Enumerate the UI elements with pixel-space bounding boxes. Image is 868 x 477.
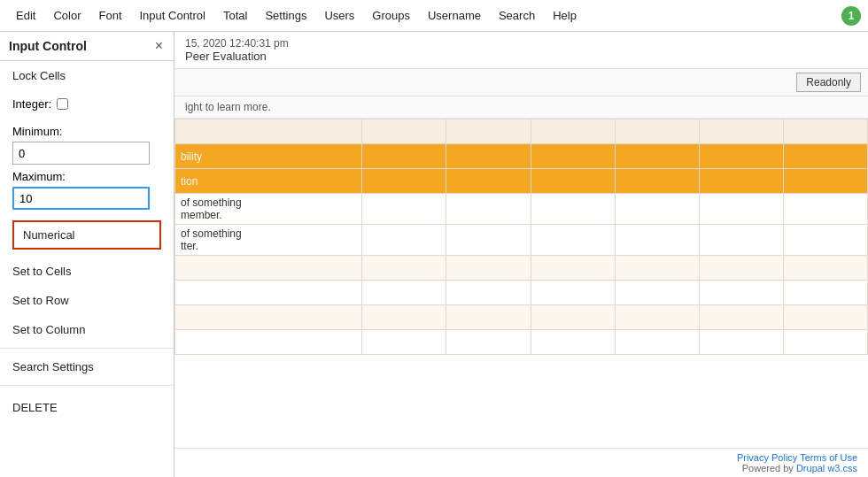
info-text: ight to learn more. [174, 96, 868, 119]
table-cell [531, 194, 615, 225]
table-cell [531, 225, 615, 256]
menu-username[interactable]: Username [419, 4, 490, 27]
table-cell [446, 144, 531, 169]
w3css-link[interactable]: w3.css [827, 463, 857, 473]
delete-item[interactable]: DELETE [0, 393, 174, 422]
menu-font[interactable]: Font [89, 4, 130, 27]
table-cell [699, 194, 783, 225]
integer-checkbox[interactable] [57, 98, 68, 110]
readonly-bar: Readonly [174, 69, 868, 96]
set-to-cells-item[interactable]: Set to Cells [0, 257, 174, 286]
integer-label: Integer: [12, 97, 161, 111]
menu-edit[interactable]: Edit [7, 4, 44, 27]
user-badge: 1 [841, 6, 861, 26]
data-table: bility tion [174, 119, 868, 355]
table-row [175, 281, 868, 305]
table-cell [699, 119, 783, 144]
menu-input-control[interactable]: Input Control [131, 4, 214, 27]
table-cell [446, 225, 531, 256]
sidebar-panel: Input Control × Lock Cells Integer: Mini… [0, 32, 174, 477]
sidebar-header: Input Control × [0, 32, 174, 61]
lock-cells-item[interactable]: Lock Cells [0, 61, 174, 90]
table-cell [615, 169, 699, 194]
set-to-column-item[interactable]: Set to Column [0, 315, 174, 344]
table-row [175, 305, 868, 330]
menubar: Edit Color Font Input Control Total Sett… [0, 0, 868, 32]
table-cell [362, 119, 446, 144]
table-cell [615, 194, 699, 225]
main-layout: Input Control × Lock Cells Integer: Mini… [0, 32, 868, 477]
table-cell [699, 144, 783, 169]
table-row [175, 119, 868, 144]
table-cell [699, 225, 783, 256]
privacy-policy-link[interactable]: Privacy Policy [737, 452, 797, 463]
table-cell [531, 169, 615, 194]
table-cell [783, 144, 867, 169]
search-settings-item[interactable]: Search Settings [0, 352, 174, 381]
minimum-section: Minimum: [0, 123, 174, 166]
table-row [175, 256, 868, 281]
terms-link[interactable]: Terms of Use [800, 452, 857, 463]
powered-by-text: Powered by [742, 463, 794, 473]
table-cell [446, 169, 531, 194]
table-row: of somethingtter. [175, 225, 868, 256]
table-row: bility [175, 144, 868, 169]
set-to-row-item[interactable]: Set to Row [0, 286, 174, 315]
menu-color[interactable]: Color [44, 4, 89, 27]
table-row [175, 330, 868, 355]
table-row: tion [175, 169, 868, 194]
table-cell [783, 169, 867, 194]
readonly-button[interactable]: Readonly [796, 73, 861, 92]
table-cell [362, 169, 446, 194]
table-cell: tion [175, 169, 362, 194]
table-cell [446, 119, 531, 144]
table-cell [783, 194, 867, 225]
main-content: 15, 2020 12:40:31 pm Peer Evaluation Rea… [174, 32, 868, 477]
integer-section: Integer: [0, 90, 174, 123]
minimum-input[interactable] [12, 142, 150, 165]
subheader: 15, 2020 12:40:31 pm Peer Evaluation [174, 32, 868, 69]
table-cell [362, 194, 446, 225]
table-cell [615, 225, 699, 256]
close-button[interactable]: × [153, 39, 165, 53]
footer: Privacy Policy Terms of Use Powered by D… [174, 448, 868, 477]
sidebar-title: Input Control [9, 39, 87, 53]
table-cell [531, 119, 615, 144]
table-cell: bility [175, 144, 362, 169]
menu-settings[interactable]: Settings [256, 4, 315, 27]
table-cell [615, 119, 699, 144]
table-cell [699, 169, 783, 194]
menu-search[interactable]: Search [490, 4, 544, 27]
divider-1 [0, 348, 174, 349]
table-cell: of somethingmember. [175, 194, 362, 225]
maximum-label: Maximum: [12, 170, 161, 183]
drupal-link[interactable]: Drupal [796, 463, 825, 473]
menu-total[interactable]: Total [214, 4, 256, 27]
table-cell [362, 144, 446, 169]
menu-help[interactable]: Help [544, 4, 585, 27]
subheader-title: Peer Evaluation [185, 50, 267, 63]
table-cell [783, 225, 867, 256]
menu-users[interactable]: Users [315, 4, 363, 27]
menu-groups[interactable]: Groups [363, 4, 419, 27]
table-cell [615, 144, 699, 169]
subheader-date: 15, 2020 12:40:31 pm [185, 37, 289, 50]
table-row: of somethingmember. [175, 194, 868, 225]
table-cell: of somethingtter. [175, 225, 362, 256]
maximum-section: Maximum: [0, 166, 174, 217]
table-cell [531, 144, 615, 169]
numerical-item[interactable]: Numerical [12, 220, 161, 250]
table-wrapper: bility tion [174, 119, 868, 448]
table-cell [362, 225, 446, 256]
table-cell [783, 119, 867, 144]
table-cell [446, 194, 531, 225]
table-cell [175, 119, 362, 144]
maximum-input[interactable] [12, 187, 150, 210]
divider-2 [0, 385, 174, 386]
minimum-label: Minimum: [12, 125, 161, 138]
